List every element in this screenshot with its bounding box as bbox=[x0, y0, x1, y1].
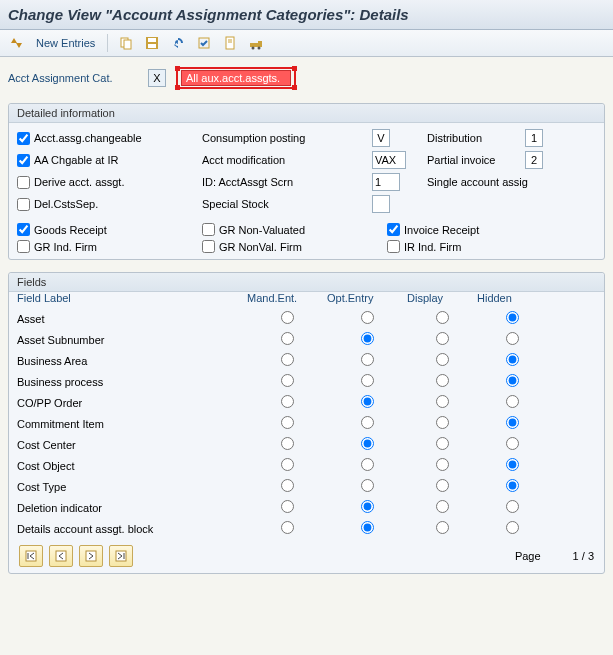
special-stock-input[interactable] bbox=[372, 195, 390, 213]
field-radio[interactable] bbox=[281, 311, 294, 324]
field-row-label: Business process bbox=[17, 376, 247, 388]
field-row-label: Cost Object bbox=[17, 460, 247, 472]
first-page-button[interactable] bbox=[19, 545, 43, 567]
col-mand: Mand.Ent. bbox=[247, 292, 327, 304]
field-radio[interactable] bbox=[506, 332, 519, 345]
field-radio[interactable] bbox=[281, 458, 294, 471]
field-radio[interactable] bbox=[506, 458, 519, 471]
field-radio[interactable] bbox=[506, 353, 519, 366]
field-radio[interactable] bbox=[506, 437, 519, 450]
cb-gr-nonval-label: GR Non-Valuated bbox=[219, 224, 305, 236]
svg-rect-6 bbox=[226, 37, 234, 49]
cb-chg-ir[interactable] bbox=[17, 154, 30, 167]
field-radio[interactable] bbox=[436, 332, 449, 345]
field-radio[interactable] bbox=[436, 437, 449, 450]
field-radio[interactable] bbox=[281, 353, 294, 366]
col-disp: Display bbox=[407, 292, 477, 304]
field-radio[interactable] bbox=[281, 332, 294, 345]
cb-gr[interactable] bbox=[17, 223, 30, 236]
cb-derive[interactable] bbox=[17, 176, 30, 189]
toggle-icon[interactable] bbox=[6, 33, 26, 53]
field-radio[interactable] bbox=[436, 395, 449, 408]
field-row: CO/PP Order bbox=[17, 392, 596, 413]
cb-ir-firm[interactable] bbox=[387, 240, 400, 253]
field-radio[interactable] bbox=[361, 395, 374, 408]
page-value: 1 / 3 bbox=[573, 550, 594, 562]
cb-gr-label: Goods Receipt bbox=[34, 224, 107, 236]
prev-page-button[interactable] bbox=[49, 545, 73, 567]
field-radio[interactable] bbox=[361, 458, 374, 471]
field-radio[interactable] bbox=[506, 311, 519, 324]
field-radio[interactable] bbox=[436, 416, 449, 429]
save-icon[interactable] bbox=[142, 33, 162, 53]
field-row: Cost Center bbox=[17, 434, 596, 455]
field-radio[interactable] bbox=[281, 500, 294, 513]
cb-gr-nonval[interactable] bbox=[202, 223, 215, 236]
toolbar: New Entries bbox=[0, 30, 613, 57]
field-row: Deletion indicator bbox=[17, 497, 596, 518]
field-row: Business Area bbox=[17, 350, 596, 371]
cb-inv[interactable] bbox=[387, 223, 400, 236]
field-radio[interactable] bbox=[436, 500, 449, 513]
field-radio[interactable] bbox=[436, 311, 449, 324]
field-radio[interactable] bbox=[281, 437, 294, 450]
field-radio[interactable] bbox=[436, 521, 449, 534]
last-page-button[interactable] bbox=[109, 545, 133, 567]
cb-del[interactable] bbox=[17, 198, 30, 211]
field-row-label: Asset Subnumber bbox=[17, 334, 247, 346]
field-radio[interactable] bbox=[361, 332, 374, 345]
cb-gr-firm[interactable] bbox=[17, 240, 30, 253]
field-radio[interactable] bbox=[281, 374, 294, 387]
partial-invoice-input[interactable] bbox=[525, 151, 543, 169]
field-radio[interactable] bbox=[506, 395, 519, 408]
field-radio[interactable] bbox=[361, 353, 374, 366]
field-radio[interactable] bbox=[281, 395, 294, 408]
acct-assign-cat-label: Acct Assignment Cat. bbox=[8, 72, 138, 84]
select-icon[interactable] bbox=[194, 33, 214, 53]
svg-point-11 bbox=[252, 47, 255, 50]
cb-inv-label: Invoice Receipt bbox=[404, 224, 479, 236]
field-radio[interactable] bbox=[436, 479, 449, 492]
transport-icon[interactable] bbox=[246, 33, 266, 53]
consumption-posting-input[interactable] bbox=[372, 129, 390, 147]
acct-modification-input[interactable] bbox=[372, 151, 406, 169]
field-radio[interactable] bbox=[506, 374, 519, 387]
field-radio[interactable] bbox=[506, 500, 519, 513]
field-radio[interactable] bbox=[436, 374, 449, 387]
distribution-input[interactable] bbox=[525, 129, 543, 147]
field-row-label: Details account assgt. block bbox=[17, 523, 247, 535]
new-entries-button[interactable]: New Entries bbox=[36, 37, 95, 49]
field-radio[interactable] bbox=[361, 479, 374, 492]
field-radio[interactable] bbox=[281, 416, 294, 429]
consumption-posting-label: Consumption posting bbox=[202, 132, 372, 144]
field-radio[interactable] bbox=[361, 500, 374, 513]
field-radio[interactable] bbox=[361, 521, 374, 534]
field-radio[interactable] bbox=[361, 437, 374, 450]
field-radio[interactable] bbox=[436, 353, 449, 366]
field-radio[interactable] bbox=[506, 521, 519, 534]
detailed-info-title: Detailed information bbox=[9, 104, 604, 123]
cb-gr-nvfirm[interactable] bbox=[202, 240, 215, 253]
field-row-label: Business Area bbox=[17, 355, 247, 367]
page-icon[interactable] bbox=[220, 33, 240, 53]
field-radio[interactable] bbox=[506, 416, 519, 429]
undo-icon[interactable] bbox=[168, 33, 188, 53]
field-radio[interactable] bbox=[361, 374, 374, 387]
copy-icon[interactable] bbox=[116, 33, 136, 53]
field-radio[interactable] bbox=[361, 416, 374, 429]
id-scrn-label: ID: AcctAssgt Scrn bbox=[202, 176, 372, 188]
col-opt: Opt.Entry bbox=[327, 292, 407, 304]
field-row: Details account assgt. block bbox=[17, 518, 596, 539]
acct-assign-cat-code[interactable] bbox=[148, 69, 166, 87]
field-radio[interactable] bbox=[506, 479, 519, 492]
id-scrn-input[interactable] bbox=[372, 173, 400, 191]
cb-changeable[interactable] bbox=[17, 132, 30, 145]
field-row: Commitment Item bbox=[17, 413, 596, 434]
next-page-button[interactable] bbox=[79, 545, 103, 567]
field-radio[interactable] bbox=[281, 521, 294, 534]
field-radio[interactable] bbox=[361, 311, 374, 324]
field-radio[interactable] bbox=[436, 458, 449, 471]
field-radio[interactable] bbox=[281, 479, 294, 492]
field-row-label: Deletion indicator bbox=[17, 502, 247, 514]
cb-gr-nvfirm-label: GR NonVal. Firm bbox=[219, 241, 302, 253]
